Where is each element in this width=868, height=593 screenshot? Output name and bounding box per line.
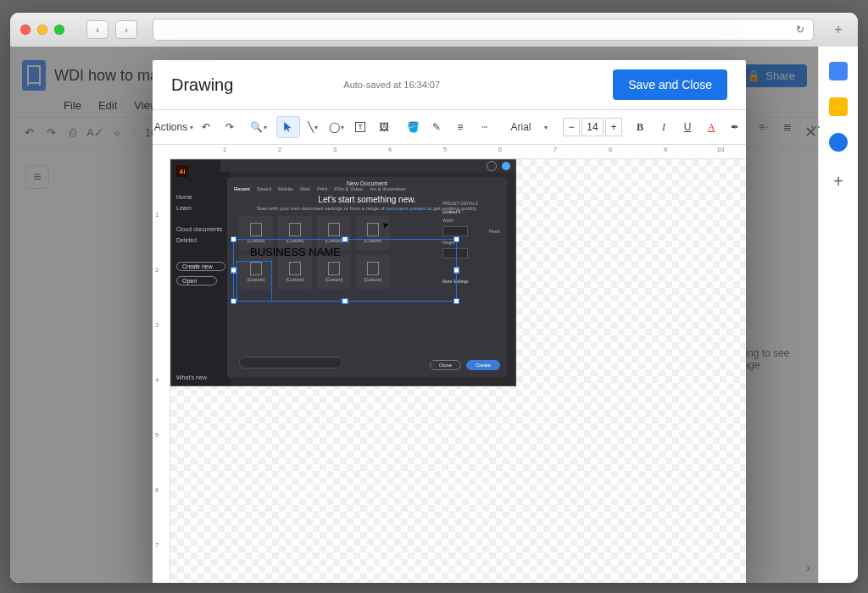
reload-icon[interactable]: ↻ — [796, 24, 804, 36]
font-size-increase[interactable]: + — [605, 118, 622, 136]
traffic-lights — [20, 25, 64, 35]
resize-handle[interactable] — [231, 268, 236, 274]
highlighter-icon: ✒ — [731, 121, 739, 133]
drawing-toolbar: Actions▾ 🔍▾ ╲▾ ◯▾ T 🖼 🪣 — [153, 109, 746, 145]
highlight-color-button[interactable]: ✒ — [724, 117, 746, 137]
resize-handle[interactable] — [231, 236, 236, 242]
font-size-decrease[interactable]: − — [563, 118, 580, 136]
resize-handle[interactable] — [231, 298, 236, 304]
new-tab-button[interactable]: + — [829, 21, 848, 38]
resize-handle[interactable] — [342, 236, 348, 242]
drawing-modal: Drawing Auto-saved at 16:34:07 Save and … — [153, 60, 746, 583]
border-weight-button[interactable]: ≡ — [449, 117, 471, 137]
canvas-area: 1 2 3 4 5 6 7 Ai Home Learn Cloud — [153, 159, 746, 583]
keep-addon-icon[interactable] — [829, 97, 848, 116]
window-close[interactable] — [20, 25, 31, 35]
vertical-ruler: 1 2 3 4 5 6 7 — [153, 159, 170, 583]
underline-button[interactable]: U — [676, 117, 698, 137]
browser-chrome: ‹ › ↻ + — [10, 13, 858, 47]
font-family-select[interactable]: Arial▾ — [502, 117, 556, 137]
ai-template-search — [239, 357, 342, 369]
ai-search-icon — [487, 161, 497, 171]
drawing-title: Drawing — [171, 75, 233, 95]
line-tool[interactable]: ╲▾ — [302, 117, 324, 137]
shape-tool[interactable]: ◯▾ — [326, 117, 348, 137]
more-tools-button[interactable]: ⋯ — [805, 117, 827, 137]
pointer-icon — [283, 122, 293, 132]
border-color-button[interactable]: ✎ — [426, 117, 448, 137]
window-zoom[interactable] — [54, 25, 64, 35]
window-minimize[interactable] — [37, 25, 47, 35]
ai-whats-new: What's new — [176, 374, 225, 380]
zoom-icon: 🔍 — [250, 121, 263, 133]
bold-button[interactable]: B — [629, 117, 651, 137]
image-icon: 🖼 — [379, 121, 389, 133]
spacing-icon: ≣ — [783, 121, 792, 133]
font-size-control: − 14 + — [563, 118, 622, 136]
ai-close-button: Close — [430, 360, 461, 370]
undo-button[interactable] — [195, 117, 217, 137]
textbox-icon: T — [355, 122, 365, 132]
ai-create-new: Create new — [176, 262, 225, 271]
image-tool[interactable]: 🖼 — [373, 117, 395, 137]
drawing-canvas[interactable]: Ai Home Learn Cloud documents Deleted Cr… — [170, 159, 746, 583]
nav-back-button[interactable]: ‹ — [86, 20, 108, 39]
ai-create-button: Create — [466, 360, 500, 370]
align-icon: ≡ — [759, 121, 765, 133]
redo-button[interactable] — [219, 117, 241, 137]
fill-icon: 🪣 — [407, 121, 420, 133]
resize-handle[interactable] — [453, 236, 459, 242]
ai-topbar — [220, 160, 515, 172]
ai-preset-tabs: Recent Saved Mobile Web Print Film & Vid… — [234, 186, 500, 191]
ai-dialog-buttons: Close Create — [430, 360, 500, 370]
align-button[interactable]: ≡▾ — [753, 117, 775, 137]
address-bar[interactable]: ↻ — [153, 19, 814, 41]
text-color-button[interactable]: A — [700, 117, 722, 137]
font-size-value[interactable]: 14 — [581, 118, 604, 136]
zoom-button[interactable]: 🔍▾ — [248, 117, 270, 137]
ai-learn-link: Learn — [176, 205, 225, 211]
drawing-modal-header: Drawing Auto-saved at 16:34:07 Save and … — [153, 60, 746, 109]
horizontal-ruler: 1 2 3 4 5 6 7 8 9 10 — [170, 145, 746, 159]
italic-button[interactable]: I — [653, 117, 675, 137]
textbox-tool[interactable]: T — [349, 117, 371, 137]
ai-home-sidebar: Ai Home Learn Cloud documents Deleted Cr… — [171, 160, 231, 385]
select-tool[interactable] — [276, 116, 300, 138]
inner-selection — [236, 261, 272, 302]
resize-handle[interactable] — [453, 268, 459, 274]
ai-logo-icon: Ai — [176, 165, 188, 177]
resize-handle[interactable] — [453, 298, 459, 304]
ai-home-link: Home — [176, 194, 225, 200]
pencil-icon: ✎ — [432, 121, 441, 133]
save-and-close-button[interactable]: Save and Close — [613, 69, 727, 100]
ai-open: Open — [176, 276, 217, 285]
calendar-addon-icon[interactable] — [829, 62, 848, 80]
ai-dialog-title: New Document — [234, 180, 500, 186]
weight-icon: ≡ — [457, 121, 463, 133]
ai-deleted-link: Deleted — [176, 237, 225, 243]
dash-icon: ┄ — [481, 121, 487, 133]
autosave-status: Auto-saved at 16:34:07 — [343, 80, 440, 90]
addons-plus-icon[interactable]: + — [833, 172, 843, 191]
resize-handle[interactable] — [342, 298, 348, 304]
ai-cloud-link: Cloud documents — [176, 226, 225, 232]
textbox-text[interactable]: BUSINESS NAME — [250, 246, 341, 258]
border-dash-button[interactable]: ┄ — [473, 117, 495, 137]
nav-forward-button[interactable]: › — [115, 20, 137, 39]
fill-color-button[interactable]: 🪣 — [402, 117, 424, 137]
tasks-addon-icon[interactable] — [829, 133, 848, 152]
actions-menu[interactable]: Actions▾ — [159, 117, 188, 137]
ai-profile-icon — [502, 162, 510, 170]
line-spacing-button[interactable]: ≣ — [776, 117, 798, 137]
browser-window: ‹ › ↻ + WDI how to mak 💬 🔒 Share File — [10, 13, 858, 583]
shape-icon: ◯ — [329, 121, 340, 133]
